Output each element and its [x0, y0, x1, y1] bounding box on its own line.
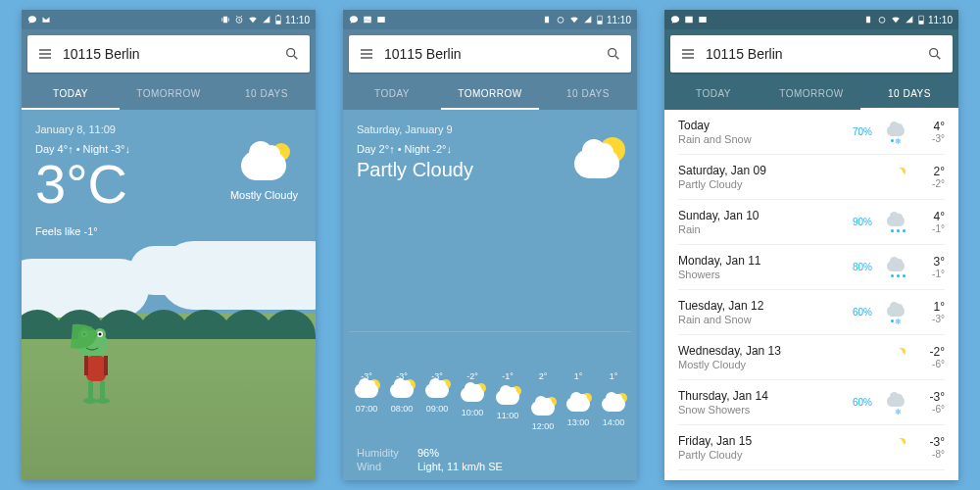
forecast-weather-icon — [882, 216, 909, 229]
search-card[interactable]: 10115 Berlin — [670, 35, 953, 73]
tab-10days[interactable]: 10 DAYS — [860, 78, 958, 110]
search-container: 10115 Berlin — [343, 29, 637, 78]
tab-10days[interactable]: 10 DAYS — [218, 78, 316, 110]
svg-point-19 — [96, 398, 110, 404]
forecast-weather-icon: ✱ — [882, 396, 909, 410]
tab-today[interactable]: TODAY — [343, 78, 441, 110]
hourly-item[interactable]: 1°13:00 — [561, 371, 596, 431]
chat-icon — [27, 15, 37, 24]
hour-temp: 2° — [525, 371, 561, 381]
mail-icon — [698, 15, 708, 24]
forecast-low: -1° — [915, 223, 945, 234]
phone-screen-tomorrow: 11:10 10115 Berlin TODAY TOMORROW 10 DAY… — [343, 10, 637, 480]
tab-today[interactable]: TODAY — [664, 78, 762, 110]
forecast-precip: 60% — [849, 307, 872, 318]
status-bar: 11:10 — [22, 10, 316, 29]
svg-rect-15 — [104, 356, 108, 375]
forecast-condition: Snow Showers — [678, 404, 849, 416]
forecast-row[interactable]: Wednesday, Jan 13Mostly Cloudy-2°-6° — [678, 335, 945, 380]
hourly-item[interactable]: 1°14:00 — [596, 371, 631, 431]
svg-rect-16 — [88, 381, 93, 399]
forecast-row[interactable]: Thursday, Jan 14Snow Showers60%✱-3°-6° — [678, 380, 945, 425]
hourly-item[interactable]: 2°12:00 — [525, 371, 561, 431]
battery-icon — [918, 15, 924, 24]
hour-time: 14:00 — [596, 417, 631, 427]
alarm-icon — [556, 15, 565, 24]
vibrate-icon — [220, 15, 230, 24]
signal-icon — [905, 15, 914, 24]
status-bar: 11:10 — [343, 10, 637, 29]
forecast-day: Today — [678, 119, 849, 132]
forecast-precip: 70% — [849, 126, 872, 137]
wind-value: Light, 11 km/h SE — [417, 461, 503, 472]
svg-point-31 — [930, 49, 938, 57]
forecast-low: -6° — [915, 404, 945, 415]
hour-time: 11:00 — [490, 411, 525, 420]
hourly-item[interactable]: -3°09:00 — [419, 371, 455, 431]
hourly-forecast[interactable]: -3°07:00-3°08:00-3°09:00-2°10:00-1°11:00… — [343, 371, 637, 431]
phone-screen-10days: 11:10 10115 Berlin TODAY TOMORROW 10 DAY… — [664, 10, 958, 480]
forecast-row[interactable]: Sunday, Jan 10Rain90%4°-1° — [678, 200, 945, 245]
forecast-weather-icon — [882, 351, 909, 365]
forecast-row[interactable]: Monday, Jan 11Showers80%3°-1° — [678, 245, 945, 290]
forecast-condition: Partly Cloudy — [678, 449, 849, 461]
forecast-day: Thursday, Jan 14 — [678, 389, 849, 403]
forecast-high: -3° — [915, 390, 945, 404]
battery-icon — [597, 15, 603, 24]
forecast-row[interactable]: Saturday, Jan 09Partly Cloudy2°-2° — [678, 155, 945, 200]
hour-weather-icon — [525, 401, 561, 417]
forecast-row[interactable]: Tuesday, Jan 12Rain and Snow60%✱1°-3° — [678, 290, 945, 335]
wifi-icon — [248, 15, 258, 24]
svg-rect-4 — [277, 15, 279, 16]
search-icon[interactable] — [606, 46, 621, 62]
forecast-row[interactable]: Friday, Jan 15Partly Cloudy-3°-8° — [678, 425, 945, 470]
svg-point-18 — [83, 398, 97, 404]
search-icon[interactable] — [927, 46, 943, 62]
forecast-precip: 60% — [849, 397, 872, 408]
mail-icon — [376, 15, 386, 24]
search-container: 10115 Berlin — [22, 29, 316, 78]
forecast-high: 2° — [915, 165, 945, 178]
vibrate-icon — [542, 15, 552, 24]
search-location: 10115 Berlin — [53, 46, 284, 62]
tab-tomorrow[interactable]: TOMORROW — [762, 78, 860, 110]
hour-time: 07:00 — [349, 404, 384, 414]
signal-icon — [262, 15, 271, 24]
hourly-item[interactable]: -3°07:00 — [349, 371, 384, 431]
hour-weather-icon — [490, 390, 525, 407]
search-icon[interactable] — [284, 46, 300, 62]
tab-tomorrow[interactable]: TOMORROW — [441, 78, 539, 110]
tendays-body[interactable]: TodayRain and Snow70%✱4°-3°Saturday, Jan… — [664, 110, 958, 480]
search-card[interactable]: 10115 Berlin — [349, 35, 631, 73]
hour-weather-icon — [455, 387, 490, 404]
svg-rect-21 — [545, 17, 549, 24]
image-icon — [684, 15, 694, 24]
partly-cloudy-icon — [574, 149, 619, 181]
hourly-item[interactable]: -1°11:00 — [490, 371, 525, 431]
hourly-item[interactable]: -3°08:00 — [384, 371, 419, 431]
hour-time: 12:00 — [525, 421, 561, 431]
hamburger-icon[interactable] — [680, 46, 696, 62]
forecast-day: Friday, Jan 15 — [678, 434, 849, 448]
hour-temp: -1° — [490, 371, 525, 381]
hamburger-icon[interactable] — [37, 46, 53, 62]
today-condition: Mostly Cloudy — [230, 189, 298, 201]
search-card[interactable]: 10115 Berlin — [27, 35, 310, 73]
status-bar: 11:10 — [664, 10, 958, 29]
hour-weather-icon — [419, 383, 455, 400]
forecast-high: -2° — [915, 345, 945, 359]
tab-today[interactable]: TODAY — [22, 78, 120, 110]
forecast-weather-icon: ✱ — [882, 125, 909, 139]
status-time: 11:10 — [607, 15, 631, 25]
forecast-weather-icon — [882, 261, 909, 274]
tab-10days[interactable]: 10 DAYS — [539, 78, 637, 110]
hour-temp: -2° — [455, 371, 490, 381]
hourly-item[interactable]: -2°10:00 — [455, 371, 490, 431]
battery-icon — [275, 15, 281, 24]
humidity-value: 96% — [417, 447, 439, 459]
forecast-row[interactable]: TodayRain and Snow70%✱4°-3° — [678, 110, 945, 155]
svg-rect-30 — [919, 21, 923, 24]
hamburger-icon[interactable] — [359, 46, 374, 62]
today-feelslike: Feels like -1° — [35, 225, 302, 237]
tab-tomorrow[interactable]: TOMORROW — [120, 78, 218, 110]
